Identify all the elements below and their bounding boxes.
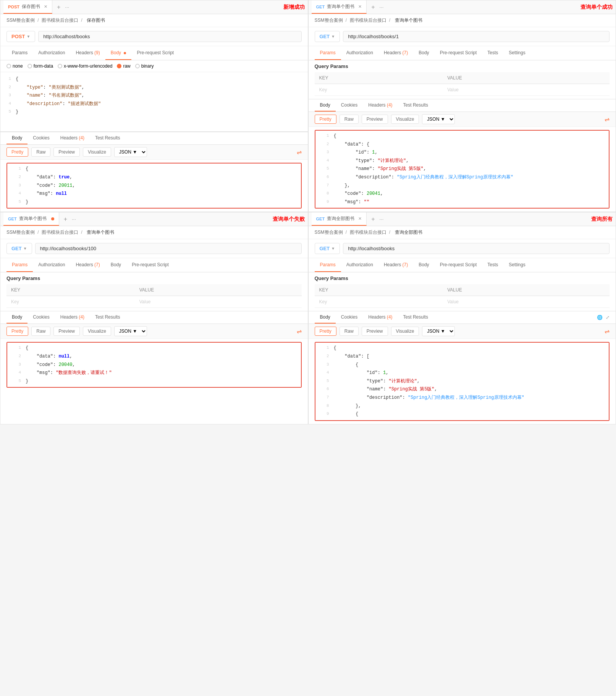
tab-get-single[interactable]: GET 查询单个图书 ✕: [312, 0, 367, 14]
view-pretty[interactable]: Pretty: [6, 327, 28, 336]
resp-tab-test-results[interactable]: Test Results: [90, 311, 125, 324]
resp-tab-cookies[interactable]: Cookies: [336, 99, 363, 112]
tab-body[interactable]: Body: [413, 258, 434, 272]
view-pretty[interactable]: Pretty: [315, 115, 336, 124]
resp-tab-cookies[interactable]: Cookies: [27, 132, 55, 144]
tab-pre-request[interactable]: Pre-request Script: [126, 258, 174, 272]
view-preview[interactable]: Preview: [362, 115, 388, 124]
tab-close-icon[interactable]: ✕: [358, 4, 362, 9]
view-raw[interactable]: Raw: [31, 147, 50, 157]
tab-headers[interactable]: Headers (7): [70, 258, 105, 272]
resp-tab-headers[interactable]: Headers (4): [363, 311, 398, 324]
resp-tab-body[interactable]: Body: [6, 132, 27, 144]
radio-none[interactable]: none: [6, 63, 23, 69]
more-tabs-icon[interactable]: ···: [72, 216, 76, 222]
url-input[interactable]: [343, 31, 610, 42]
value-cell[interactable]: Value: [443, 296, 610, 308]
tab-body[interactable]: Body: [413, 46, 434, 60]
more-tabs-icon[interactable]: ···: [65, 4, 69, 10]
radio-urlencoded[interactable]: x-www-form-urlencoded: [58, 63, 112, 69]
tab-settings[interactable]: Settings: [503, 258, 530, 272]
tab-body[interactable]: Body: [105, 46, 132, 60]
tab-headers[interactable]: Headers (7): [378, 258, 413, 272]
method-select[interactable]: GET ▼: [6, 243, 32, 254]
resp-tab-test-results[interactable]: Test Results: [90, 132, 125, 144]
tab-post-save[interactable]: POST 保存图书 ✕: [3, 0, 52, 14]
tab-pre-request[interactable]: Pre-request Script: [435, 258, 482, 272]
method-select[interactable]: POST ▼: [6, 31, 35, 42]
resp-tab-cookies[interactable]: Cookies: [27, 311, 55, 324]
resp-tab-body[interactable]: Body: [6, 311, 27, 324]
wrap-icon[interactable]: ⇌: [297, 328, 302, 335]
format-select[interactable]: JSON ▼: [114, 147, 147, 157]
tab-close-icon[interactable]: ✕: [358, 216, 362, 221]
view-visualize[interactable]: Visualize: [83, 327, 111, 336]
key-cell[interactable]: Key: [6, 296, 135, 308]
resp-tab-headers[interactable]: Headers (4): [55, 311, 90, 324]
more-tabs-icon[interactable]: ···: [379, 216, 383, 222]
resp-tab-cookies[interactable]: Cookies: [336, 311, 363, 324]
format-select[interactable]: JSON ▼: [422, 326, 455, 336]
wrap-icon[interactable]: ⇌: [605, 116, 610, 123]
method-select[interactable]: GET ▼: [315, 31, 340, 42]
view-raw[interactable]: Raw: [31, 327, 50, 336]
tab-pre-request[interactable]: Pre-request Script: [131, 46, 179, 60]
tab-params[interactable]: Params: [315, 46, 341, 60]
view-preview[interactable]: Preview: [53, 147, 80, 157]
value-cell[interactable]: Value: [443, 84, 610, 96]
tab-body[interactable]: Body: [105, 258, 126, 272]
add-tab-icon[interactable]: +: [368, 4, 378, 11]
view-preview[interactable]: Preview: [53, 327, 80, 336]
resp-tab-headers[interactable]: Headers (4): [363, 99, 398, 112]
add-tab-icon[interactable]: +: [61, 216, 70, 223]
view-pretty[interactable]: Pretty: [315, 327, 336, 336]
wrap-icon[interactable]: ⇌: [297, 149, 302, 156]
expand-icon[interactable]: ⤢: [606, 315, 610, 320]
method-select[interactable]: GET ▼: [315, 243, 340, 254]
tab-settings[interactable]: Settings: [503, 46, 530, 60]
view-visualize[interactable]: Visualize: [83, 147, 111, 157]
tab-tests[interactable]: Tests: [482, 258, 503, 272]
resp-tab-headers[interactable]: Headers (4): [55, 132, 90, 144]
url-input[interactable]: [35, 243, 302, 254]
tab-authorization[interactable]: Authorization: [341, 46, 378, 60]
tab-authorization[interactable]: Authorization: [33, 258, 70, 272]
response-body: 1{ 2 "data": [ 3 { 4 "id": 1, 5 "type": …: [315, 342, 610, 421]
tab-authorization[interactable]: Authorization: [33, 46, 70, 60]
resp-tab-test-results[interactable]: Test Results: [398, 311, 433, 324]
tab-pre-request[interactable]: Pre-request Script: [435, 46, 482, 60]
view-raw[interactable]: Raw: [340, 115, 359, 124]
key-cell[interactable]: Key: [315, 296, 443, 308]
format-select[interactable]: JSON ▼: [114, 326, 147, 336]
radio-raw[interactable]: raw: [117, 63, 130, 69]
tab-headers[interactable]: Headers (9): [70, 46, 105, 60]
view-pretty[interactable]: Pretty: [6, 147, 28, 157]
key-cell[interactable]: Key: [315, 84, 443, 96]
tab-close-icon[interactable]: ✕: [44, 4, 47, 9]
view-raw[interactable]: Raw: [340, 327, 359, 336]
add-tab-icon[interactable]: +: [368, 216, 378, 223]
view-preview[interactable]: Preview: [362, 327, 388, 336]
tab-headers[interactable]: Headers (7): [378, 46, 413, 60]
tab-authorization[interactable]: Authorization: [341, 258, 378, 272]
tab-tests[interactable]: Tests: [482, 46, 503, 60]
more-tabs-icon[interactable]: ···: [379, 4, 383, 10]
resp-tab-body[interactable]: Body: [315, 99, 336, 112]
resp-tab-body[interactable]: Body: [315, 311, 336, 324]
radio-binary[interactable]: binary: [135, 63, 154, 69]
view-visualize[interactable]: Visualize: [391, 115, 419, 124]
radio-form-data[interactable]: form-data: [27, 63, 53, 69]
tab-get-all[interactable]: GET 查询全部图书 ✕: [312, 212, 367, 226]
resp-tab-test-results[interactable]: Test Results: [398, 99, 433, 112]
tab-params[interactable]: Params: [6, 46, 33, 60]
url-input[interactable]: [343, 243, 610, 254]
format-select[interactable]: JSON ▼: [422, 114, 455, 124]
tab-get-single-fail[interactable]: GET 查询单个图书: [3, 212, 59, 226]
value-cell[interactable]: Value: [135, 296, 302, 308]
add-tab-icon[interactable]: +: [54, 4, 63, 11]
wrap-icon[interactable]: ⇌: [605, 328, 610, 335]
tab-params[interactable]: Params: [6, 258, 33, 272]
tab-params[interactable]: Params: [315, 258, 341, 272]
url-input[interactable]: [38, 31, 301, 42]
view-visualize[interactable]: Visualize: [391, 327, 419, 336]
